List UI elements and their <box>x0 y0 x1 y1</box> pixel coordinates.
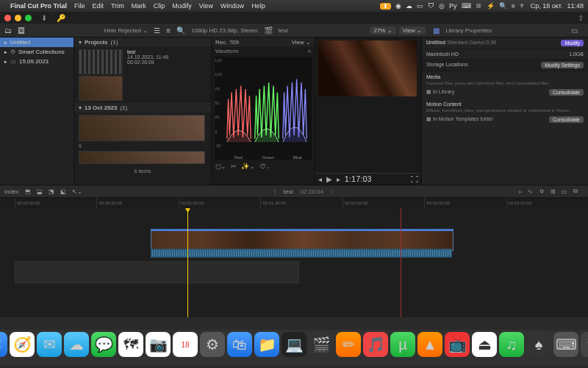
audio-skim-icon[interactable]: ∿ <box>528 188 533 195</box>
control-center-icon[interactable]: ≡ <box>512 2 515 10</box>
dock-maps-icon[interactable]: 🗺 <box>118 332 143 357</box>
modify-button[interactable]: Modify <box>561 40 584 46</box>
clip-filmstrip[interactable] <box>79 115 205 141</box>
disclosure-icon[interactable]: ▸ <box>4 49 7 55</box>
close-window-button[interactable] <box>4 15 11 21</box>
status-icon[interactable]: ⌨ <box>462 2 471 10</box>
menu-edit[interactable]: Edit <box>93 2 104 10</box>
wifi-icon[interactable]: ᯤ <box>520 2 526 10</box>
dock-music-icon[interactable]: 🎵 <box>363 332 388 357</box>
clip-appearance-icon[interactable]: ☰ <box>154 26 160 35</box>
timecode-display[interactable]: 1:17:03 <box>345 175 372 183</box>
menubar-time[interactable]: 11:48 <box>567 2 584 10</box>
select-tool-icon[interactable]: ↖⌄ <box>72 188 82 195</box>
keyword-icon[interactable]: 🔑 <box>57 14 65 22</box>
list-view-icon[interactable]: ≡ <box>166 26 171 35</box>
dock-settings-icon[interactable]: ⚙ <box>200 332 225 357</box>
menu-mark[interactable]: Mark <box>132 2 146 10</box>
dock-calendar-icon[interactable]: 18 <box>173 332 198 357</box>
search-icon[interactable]: 🔍 <box>176 26 185 35</box>
dock-app-icon[interactable]: ⌨ <box>553 332 578 357</box>
timeline-back-button[interactable]: 〈 <box>270 188 276 196</box>
audio-clip[interactable] <box>151 249 452 258</box>
timeline-name[interactable]: test <box>284 188 293 195</box>
clip-filmstrip[interactable] <box>79 151 205 164</box>
status-icon[interactable]: ▭ <box>417 2 423 10</box>
status-icon[interactable]: ⛭ <box>476 2 482 10</box>
dock-terminal-icon[interactable]: 💻 <box>282 332 306 357</box>
fullscreen-icon[interactable]: ⛶ <box>411 175 418 183</box>
dock-app-icon[interactable]: ♠ <box>526 332 551 357</box>
dock-safari-icon[interactable]: 🧭 <box>10 332 35 357</box>
status-icon[interactable]: ◎ <box>439 2 445 10</box>
status-icon[interactable]: ⛉ <box>428 2 434 10</box>
timeline-fwd-button[interactable]: 〉 <box>331 188 337 196</box>
consolidate-button[interactable]: Consolidate <box>549 116 584 123</box>
menu-window[interactable]: Window <box>220 2 244 10</box>
library-tab-icon[interactable]: 🗂 <box>4 26 12 35</box>
date-header[interactable]: ▾ 13 Oct 2023 (1) <box>74 103 211 113</box>
consolidate-button[interactable]: Consolidate <box>549 89 584 96</box>
project-name[interactable]: test <box>279 27 288 34</box>
status-icon[interactable]: ◉ <box>395 2 401 10</box>
fullscreen-window-button[interactable] <box>25 15 32 21</box>
disclosure-icon[interactable]: ▾ <box>79 105 82 111</box>
menu-modify[interactable]: Modify <box>172 2 192 10</box>
dock-appstore-icon[interactable]: 🛍 <box>227 332 252 357</box>
disclosure-icon[interactable]: ▸ <box>4 59 7 65</box>
retime-icon[interactable]: ⏱⌄ <box>259 163 270 170</box>
spotlight-icon[interactable]: 🔍 <box>499 2 507 10</box>
skimming-icon[interactable]: ▹ <box>519 188 522 195</box>
zoom-dropdown[interactable]: 27% ⌄ <box>370 26 395 35</box>
status-orange-icon[interactable]: ⬆ <box>380 3 391 10</box>
dock-mail-icon[interactable]: ✉ <box>37 332 62 357</box>
dock-app-icon[interactable]: ✏ <box>336 332 361 357</box>
transform-tool-icon[interactable]: ◻⌄ <box>215 163 226 170</box>
playhead[interactable] <box>187 208 188 317</box>
disclosure-icon[interactable]: ▾ <box>79 39 82 46</box>
disclosure-icon[interactable]: ▸ <box>4 40 7 46</box>
effects-browser-icon[interactable]: ▭ <box>562 188 567 195</box>
sidebar-item-smart[interactable]: ▸ ⚙ Smart Collections <box>0 47 74 57</box>
view-dropdown[interactable]: View ⌄ <box>399 26 426 35</box>
dock-vlc-icon[interactable]: ▲ <box>417 332 442 357</box>
dock-finder-icon[interactable]: ⌘ <box>0 332 7 357</box>
status-icon[interactable]: Py <box>449 2 457 10</box>
inspector-toggle-icon[interactable]: ▦ <box>433 26 440 35</box>
index-button[interactable]: Index <box>4 188 19 195</box>
dock-app-icon[interactable]: 📺 <box>445 332 470 357</box>
scopes-view-dropdown[interactable]: View ⌄ <box>292 39 311 46</box>
snap-icon[interactable]: ⊞ <box>551 188 556 195</box>
prev-frame-button[interactable]: ◂ <box>318 175 322 183</box>
gap-clip[interactable] <box>15 261 299 283</box>
dock-trash-icon[interactable]: 🗑 <box>581 332 588 357</box>
insert-clip-icon[interactable]: ⬓ <box>37 188 43 195</box>
video-clip[interactable] <box>151 229 453 251</box>
dock-messages-icon[interactable]: 💬 <box>91 332 116 357</box>
menu-file[interactable]: File <box>74 2 85 10</box>
dock-utorrent-icon[interactable]: µ <box>390 332 415 357</box>
photos-tab-icon[interactable]: 🖼 <box>18 26 25 35</box>
dock-app-icon[interactable]: ⏏ <box>472 332 497 357</box>
scopes-settings-icon[interactable]: ⎋ <box>308 49 311 54</box>
timeline-ruler[interactable]: 00:00:00:00 00:00:30:00 00:01:00:00 00:0… <box>0 198 588 208</box>
minimize-window-button[interactable] <box>15 15 21 21</box>
project-item[interactable]: test 14.10.2023, 11:46 00:02:28:04 <box>74 47 211 103</box>
sidebar-item-date[interactable]: ▸ ▭ 15.09.2023 <box>0 57 74 66</box>
projects-header[interactable]: ▾ Projects (1) <box>74 38 211 47</box>
marker-line[interactable] <box>401 208 401 317</box>
status-icon[interactable]: ⚡ <box>487 2 495 10</box>
overwrite-clip-icon[interactable]: ⬕ <box>60 188 66 195</box>
import-icon[interactable]: ⬇ <box>41 14 47 22</box>
share-icon[interactable]: ⇪ <box>578 14 584 22</box>
transitions-browser-icon[interactable]: ⧉ <box>573 188 578 195</box>
hide-rejected-dropdown[interactable]: Hide Rejected ⌄ <box>104 27 148 34</box>
solo-icon[interactable]: ⭘ <box>539 188 545 195</box>
modify-settings-button[interactable]: Modify Settings <box>541 62 584 68</box>
crop-tool-icon[interactable]: ✂ <box>231 163 237 170</box>
menu-view[interactable]: View <box>199 2 213 10</box>
next-frame-button[interactable]: ▸ <box>337 175 340 183</box>
dock-photos-icon[interactable]: 📷 <box>146 332 171 357</box>
menu-clip[interactable]: Clip <box>154 2 165 10</box>
play-button[interactable]: ▶ <box>326 175 332 183</box>
